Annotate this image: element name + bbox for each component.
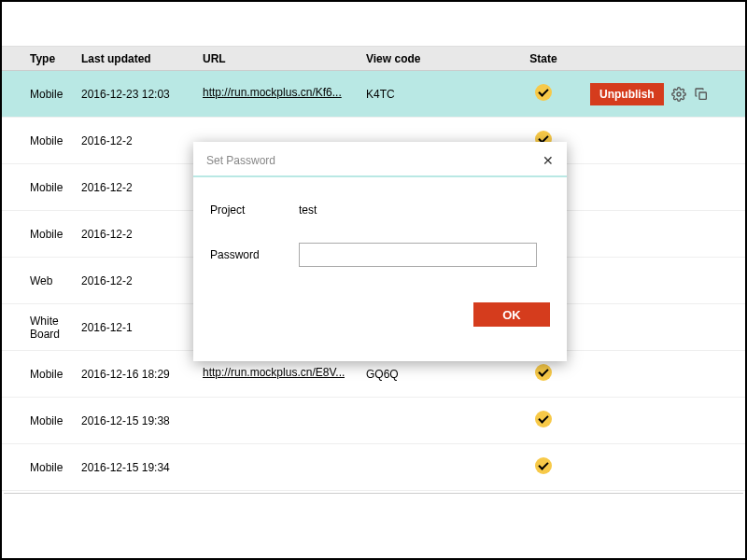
project-value: test	[299, 203, 317, 217]
password-label: Password	[210, 248, 299, 261]
project-label: Project	[210, 203, 299, 217]
set-password-dialog: Set Password ✕ Project test Password OK	[193, 142, 567, 361]
dialog-title: Set Password	[206, 154, 275, 167]
close-icon[interactable]: ✕	[543, 153, 554, 168]
ok-button[interactable]: OK	[473, 302, 550, 327]
modal-backdrop: Set Password ✕ Project test Password OK	[2, 2, 745, 558]
password-input[interactable]	[299, 243, 537, 267]
